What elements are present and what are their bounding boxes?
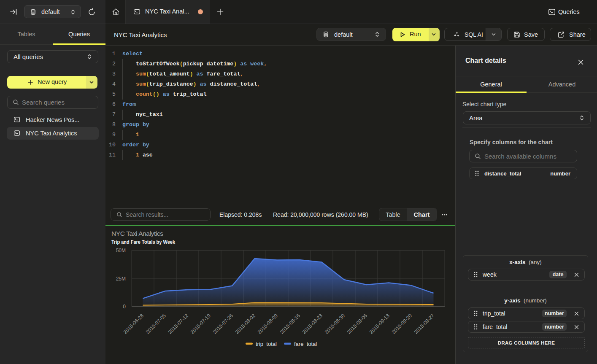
svg-text:Trip and Fare Totals by Week: Trip and Fare Totals by Week <box>111 239 176 245</box>
svg-text:2015-09-20: 2015-09-20 <box>391 313 413 335</box>
svg-text:2015-09-06: 2015-09-06 <box>346 313 369 335</box>
svg-text:2015-07-05: 2015-07-05 <box>145 313 167 335</box>
svg-text:2015-09-27: 2015-09-27 <box>413 313 436 335</box>
svg-text:2015-09-13: 2015-09-13 <box>368 313 391 335</box>
svg-text:fare_total: fare_total <box>294 341 317 347</box>
svg-text:2015-08-09: 2015-08-09 <box>257 313 279 335</box>
svg-text:trip_total: trip_total <box>256 341 277 347</box>
svg-text:50M: 50M <box>116 248 126 253</box>
svg-text:2015-07-19: 2015-07-19 <box>189 313 212 335</box>
svg-text:2015-08-23: 2015-08-23 <box>301 313 324 335</box>
svg-text:0: 0 <box>123 304 126 310</box>
svg-text:2015-07-26: 2015-07-26 <box>212 313 235 335</box>
svg-text:2015-08-30: 2015-08-30 <box>324 313 346 335</box>
svg-text:2015-08-02: 2015-08-02 <box>234 313 257 335</box>
svg-text:2015-07-12: 2015-07-12 <box>167 313 190 335</box>
svg-text:NYC Taxi Analytics: NYC Taxi Analytics <box>111 230 163 237</box>
svg-text:2015-08-16: 2015-08-16 <box>279 313 302 335</box>
svg-text:25M: 25M <box>116 276 126 282</box>
svg-text:2015-06-28: 2015-06-28 <box>122 313 145 335</box>
